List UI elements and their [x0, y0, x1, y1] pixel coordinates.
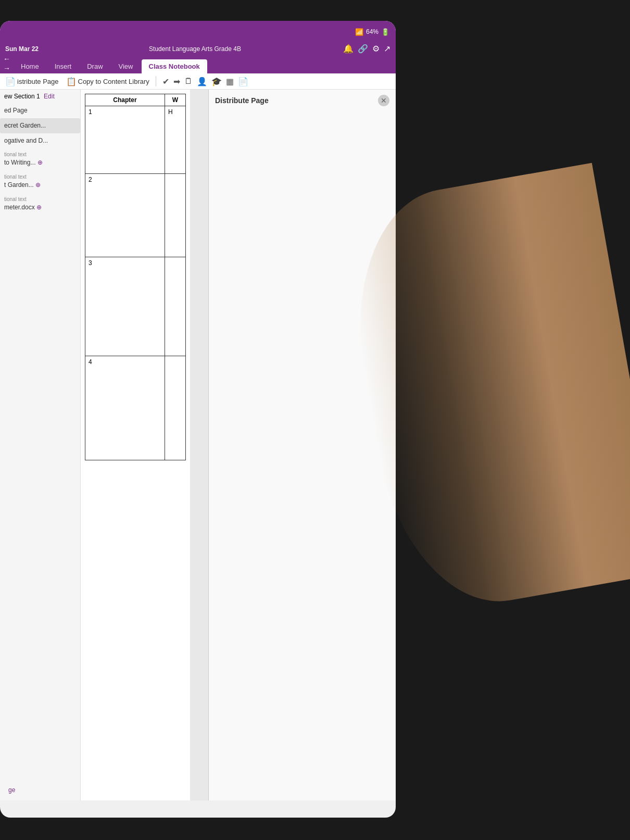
distribute-panel-title: Distribute Page	[215, 96, 269, 105]
table-row: 1 H	[85, 106, 186, 174]
page-icon[interactable]: 🗒	[184, 77, 193, 86]
table-row: 3	[85, 257, 186, 356]
table-row: 2	[85, 174, 186, 257]
forward-arrow[interactable]: →	[3, 64, 10, 72]
sidebar-section-header: ew Section 1 Edit	[0, 90, 80, 103]
table-cell-1: 1	[85, 106, 165, 174]
table-header-w: W	[165, 94, 186, 106]
signal-icon: 📶	[355, 28, 363, 36]
distribute-page-btn[interactable]: 📄 istribute Page	[5, 77, 59, 86]
doc-icon[interactable]: 📄	[238, 77, 248, 86]
distribute-label: istribute Page	[17, 78, 59, 85]
settings-icon[interactable]: ⚙	[372, 44, 380, 54]
distribute-icon: 📄	[5, 77, 16, 86]
table-row: 4	[85, 356, 186, 460]
notebook-title: Student Language Arts Grade 4B	[50, 45, 340, 53]
close-icon: ✕	[381, 96, 387, 105]
chapter-table: Chapter W 1 H 2	[85, 94, 186, 460]
device-frame: Sun Mar 22 📶 64% 🔋 Sun Mar 22 Student La…	[0, 21, 396, 818]
tab-home[interactable]: Home	[14, 59, 46, 73]
writing-add-icon: ⊕	[37, 159, 43, 166]
copy-to-library-btn[interactable]: 📋 Copy to Content Library	[66, 77, 149, 86]
table-cell-2: 2	[85, 174, 165, 257]
graduation-icon[interactable]: 🎓	[211, 77, 222, 86]
check-icon[interactable]: ✔	[162, 77, 169, 86]
sidebar-item-writing[interactable]: tional text to Writing... ⊕	[0, 148, 80, 170]
arrow-right-icon[interactable]: ➡	[173, 77, 180, 86]
sidebar-item-meter[interactable]: tional text meter.docx ⊕	[0, 193, 80, 215]
tab-draw[interactable]: Draw	[80, 59, 110, 73]
table-cell-3b	[165, 257, 186, 356]
copy-label: Copy to Content Library	[78, 78, 149, 85]
expand-icon[interactable]: ↗	[384, 44, 390, 54]
section-name: ew Section 1	[4, 93, 40, 100]
copy-icon: 📋	[66, 77, 77, 86]
distribute-panel-header: Distribute Page ✕	[215, 95, 389, 106]
tab-bar: Home Insert Draw View Class Notebook	[14, 59, 207, 73]
sidebar: ew Section 1 Edit ed Page ecret Garden..…	[0, 90, 81, 800]
toolbar: 📄 istribute Page 📋 Copy to Content Libra…	[0, 73, 396, 90]
share-icon[interactable]: 🔗	[358, 44, 368, 54]
tab-class-notebook[interactable]: Class Notebook	[142, 59, 207, 73]
user-icon[interactable]: 👤	[197, 77, 207, 86]
garden-add-icon: ⊕	[35, 181, 41, 189]
close-button[interactable]: ✕	[378, 95, 389, 106]
status-bar: Sun Mar 22 📶 64% 🔋	[0, 21, 396, 43]
toolbar-divider	[156, 76, 156, 86]
sidebar-item-ed-page[interactable]: ed Page	[0, 103, 80, 118]
back-arrow[interactable]: ←	[3, 55, 10, 63]
tab-view[interactable]: View	[111, 59, 141, 73]
sidebar-item-ogative[interactable]: ogative and D...	[0, 133, 80, 148]
edit-link[interactable]: Edit	[44, 93, 55, 100]
table-cell-2b	[165, 174, 186, 257]
table-cell-4: 4	[85, 356, 165, 460]
add-page-btn[interactable]: ge	[4, 783, 19, 797]
battery-text: 64%	[366, 28, 379, 35]
table-header-chapter: Chapter	[85, 94, 165, 106]
status-icons: 📶 64% 🔋	[355, 28, 389, 36]
table-cell-3: 3	[85, 257, 165, 356]
header-icons: 🔔 🔗 ⚙ ↗	[343, 44, 390, 54]
content-area: ew Section 1 Edit ed Page ecret Garden..…	[0, 90, 396, 800]
table-cell-1b: H	[165, 106, 186, 174]
date-display: Sun Mar 22	[5, 45, 47, 53]
sidebar-item-secret-garden[interactable]: ecret Garden...	[0, 118, 80, 133]
tab-insert[interactable]: Insert	[47, 59, 79, 73]
table-cell-4b	[165, 356, 186, 460]
battery-icon: 🔋	[381, 28, 389, 36]
bell-icon[interactable]: 🔔	[343, 44, 354, 54]
meter-add-icon: ⊕	[36, 204, 42, 211]
grid-icon[interactable]: ▦	[226, 77, 234, 86]
sidebar-item-garden[interactable]: tional text t Garden... ⊕	[0, 170, 80, 193]
